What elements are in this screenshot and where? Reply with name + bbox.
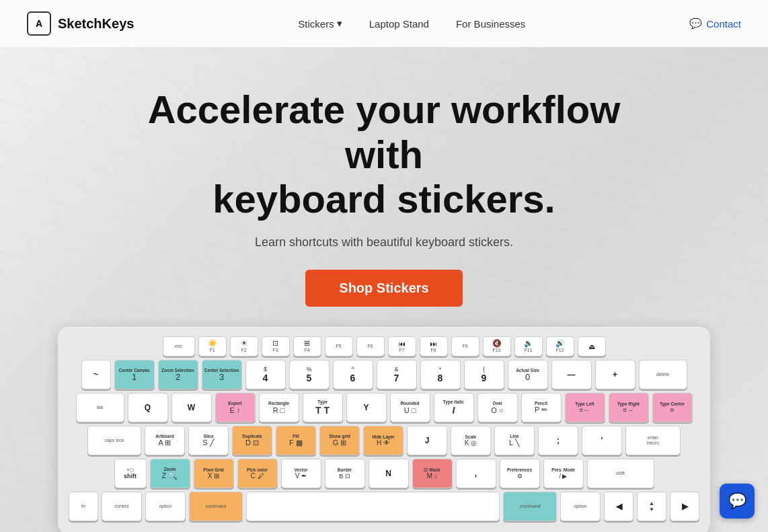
key-i: Type Italic I xyxy=(434,393,474,422)
key-period: Preferences ⚙ xyxy=(500,459,540,488)
key-d: Duplicate D ⊡ xyxy=(232,426,272,455)
key-3: Center Selection 3 xyxy=(202,360,242,389)
key-f11: 🔉F11 xyxy=(514,336,543,356)
hero-content: Accelerate your workflow with keyboard s… xyxy=(108,47,660,307)
logo[interactable]: A SketchKeys xyxy=(27,11,134,36)
key-control: control xyxy=(102,492,142,521)
key-j: J xyxy=(407,426,447,455)
key-w: W xyxy=(171,393,212,422)
keyboard-qwerty-row: tab Q W Export E ↑ Rectangle R □ Type T … xyxy=(69,393,699,422)
key-arrow-l: ◀ xyxy=(604,492,633,521)
key-k: Scale K ◎ xyxy=(451,426,491,455)
key-y: Y xyxy=(346,393,387,422)
key-minus: — xyxy=(551,360,592,389)
key-comma: , xyxy=(456,459,496,488)
key-f9: F9 xyxy=(451,336,479,356)
key-tab: tab xyxy=(76,393,124,422)
key-v: Vector V ✒ xyxy=(281,459,321,488)
key-f5: F5 xyxy=(325,336,353,356)
key-h: Hide Layer H 👁 xyxy=(363,426,404,455)
chevron-down-icon: ▾ xyxy=(337,17,342,30)
key-bracket-r: Type Right ≡→ xyxy=(609,393,649,422)
shop-stickers-button[interactable]: Shop Stickers xyxy=(305,270,462,307)
keyboard-number-row: ~ Center Canvas 1 Zoom Selection 2 Cente… xyxy=(69,360,699,389)
key-space xyxy=(246,492,500,521)
key-bracket-l: Type Left ≡← xyxy=(565,393,605,422)
key-l: Line L ╲ xyxy=(494,426,535,455)
nav-laptop-stand[interactable]: Laptop Stand xyxy=(369,18,429,30)
key-f4: ⊞F4 xyxy=(293,336,321,356)
key-fn: fn xyxy=(69,492,98,521)
key-z: Zoom Z 🔍 xyxy=(150,459,190,488)
key-caps: caps lock xyxy=(87,426,141,455)
key-f: Fill F ▦ xyxy=(276,426,316,455)
key-b: Border B ⊡ xyxy=(325,459,365,488)
header: A SketchKeys Stickers ▾ Laptop Stand For… xyxy=(0,0,768,47)
logo-name: SketchKeys xyxy=(58,16,134,32)
key-equals: + xyxy=(595,360,636,389)
key-p: Pencil P ✏ xyxy=(521,393,562,422)
key-f8: ⏭F8 xyxy=(420,336,448,356)
key-o: Oval O ○ xyxy=(477,393,518,422)
key-quote: ' xyxy=(582,426,622,455)
key-1: Center Canvas 1 xyxy=(114,360,155,389)
chat-button[interactable]: 💬 xyxy=(720,484,755,519)
chat-icon: 💬 xyxy=(728,492,746,510)
key-semi: ; xyxy=(538,426,578,455)
key-x: Pixel Grid X ⊞ xyxy=(194,459,234,488)
key-command-l: command xyxy=(189,492,243,521)
hero-section: Accelerate your workflow with keyboard s… xyxy=(0,47,768,532)
key-option-l: option xyxy=(145,492,186,521)
keyboard: esc ☀️F1 ☀F2 ⊡F3 ⊞F4 F5 F6 ⏮F7 ⏭F8 F9 🔇F… xyxy=(58,327,710,532)
key-9: (9 xyxy=(464,360,504,389)
key-shift-r: shift xyxy=(587,459,654,488)
key-f2: ☀F2 xyxy=(230,336,258,356)
key-power: ⏏ xyxy=(578,336,606,356)
key-enter: enterreturn xyxy=(625,426,681,455)
key-e: Export E ↑ xyxy=(215,393,256,422)
keyboard-asdf-row: caps lock Artboard A ⊞ Slice S ╱ Duplica… xyxy=(69,426,699,455)
key-f1: ☀️F1 xyxy=(198,336,227,356)
key-option-r: option xyxy=(560,492,601,521)
key-tilde: ~ xyxy=(81,360,111,389)
key-t: Type T T xyxy=(303,393,343,422)
key-4: $4 xyxy=(245,360,286,389)
keyboard-illustration: esc ☀️F1 ☀F2 ⊡F3 ⊞F4 F5 F6 ⏮F7 ⏭F8 F9 🔇F… xyxy=(58,327,710,532)
key-delete: delete xyxy=(639,360,687,389)
nav-stickers[interactable]: Stickers ▾ xyxy=(298,17,342,30)
contact-button[interactable]: 💬 Contact xyxy=(689,17,741,30)
key-5: %5 xyxy=(289,360,330,389)
key-c: Pick color C 🖊 xyxy=(237,459,278,488)
key-command-r: command xyxy=(503,492,557,521)
keyboard-fn-row: esc ☀️F1 ☀F2 ⊡F3 ⊞F4 F5 F6 ⏮F7 ⏭F8 F9 🔇F… xyxy=(69,336,699,356)
key-m: ⊡ Mask M ↓ xyxy=(412,459,453,488)
key-slash: Pres. Mode / ▶ xyxy=(543,459,584,488)
key-f10: 🔇F10 xyxy=(483,336,511,356)
keyboard-bottom-row: fn control option command command option… xyxy=(69,492,699,521)
hero-subtitle: Learn shortcuts with beautiful keyboard … xyxy=(108,235,660,250)
nav-for-businesses[interactable]: For Businesses xyxy=(456,18,525,30)
key-8: *8 xyxy=(420,360,461,389)
keyboard-zxcv-row: +⬡ shift Zoom Z 🔍 Pixel Grid X ⊞ Pick co… xyxy=(69,459,699,488)
key-f7: ⏮F7 xyxy=(388,336,416,356)
key-r: Rectangle R □ xyxy=(259,393,299,422)
main-nav: Stickers ▾ Laptop Stand For Businesses xyxy=(298,17,525,30)
key-f6: F6 xyxy=(356,336,385,356)
key-s: Slice S ╱ xyxy=(188,426,229,455)
key-a: Artboard A ⊞ xyxy=(145,426,185,455)
key-g: Show grid G ⊞ xyxy=(319,426,360,455)
key-arrow-r: ▶ xyxy=(670,492,699,521)
logo-box: A xyxy=(27,11,51,36)
logo-letter: A xyxy=(36,18,42,29)
key-u: Rounded U □ xyxy=(390,393,430,422)
key-n: N xyxy=(369,459,409,488)
key-f3: ⊡F3 xyxy=(262,336,290,356)
key-backslash: Type Center ≡ xyxy=(652,393,693,422)
key-shift-l: +⬡ shift xyxy=(114,459,147,488)
key-arrow-ud: ▲▼ xyxy=(637,492,666,521)
key-6: ^6 xyxy=(333,360,373,389)
key-7: &7 xyxy=(377,360,417,389)
key-esc: esc xyxy=(163,336,195,356)
key-q: Q xyxy=(128,393,168,422)
key-2: Zoom Selection 2 xyxy=(158,360,198,389)
